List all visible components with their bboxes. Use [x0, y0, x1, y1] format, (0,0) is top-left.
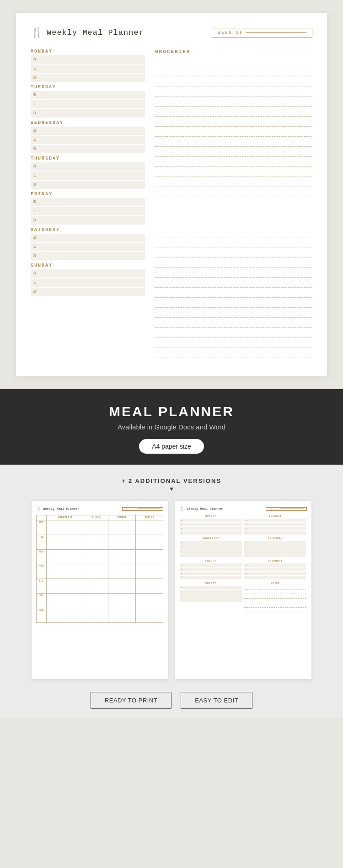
grocery-line: [155, 330, 312, 338]
v2-meal-letter: D: [181, 550, 182, 552]
grocery-line: [155, 118, 312, 127]
meal-letter: D: [33, 182, 40, 187]
v2-meal-letter: S: [181, 532, 182, 534]
meal-letter: D: [33, 75, 40, 80]
grocery-line: [155, 219, 312, 227]
v2-meal-row: D: [244, 527, 306, 530]
thumb1-icon: 🍴: [36, 506, 41, 511]
meal-letter: L: [33, 102, 40, 107]
grocery-line: [155, 279, 312, 288]
v1-meal-cell: [135, 520, 163, 535]
v1-meal-cell: [108, 550, 135, 564]
v1-meal-cell: [108, 608, 135, 623]
v2-note-line: [244, 600, 306, 603]
meal-row: L: [31, 64, 145, 73]
day-label: TUESDAY: [31, 85, 145, 90]
grocery-line: [155, 269, 312, 278]
v2-meal-letter: S: [181, 599, 182, 601]
v1-meal-cell: [47, 564, 84, 579]
v2-meal-row: S: [244, 531, 306, 535]
day-label: SATURDAY: [31, 227, 145, 232]
v2-meal-letter: S: [181, 577, 182, 579]
grocery-line: [155, 129, 312, 137]
v2-meal-row: S: [180, 531, 242, 535]
meal-row: L: [31, 243, 145, 251]
v2-meal-letter: L: [181, 546, 182, 548]
v1-meal-cell: [135, 579, 163, 594]
v2-sunday-label: SUNDAY: [180, 582, 242, 585]
v1-meal-cell: [135, 608, 163, 623]
grocery-line: [155, 98, 312, 107]
v1-day-cell: SUN: [37, 608, 47, 623]
thumb2-week-label: WEEK OF: [268, 508, 279, 510]
ready-to-print-button[interactable]: READY TO PRINT: [91, 692, 172, 709]
v1-meal-cell: [84, 564, 108, 579]
easy-to-edit-button[interactable]: EASY TO EDIT: [181, 692, 252, 709]
v2-day-label: TUESDAY: [244, 515, 306, 518]
v2-day-label: THURSDAY: [244, 537, 306, 540]
meal-letter: B: [33, 57, 40, 62]
v1-meal-cell: [84, 579, 108, 594]
v2-meal-letter: B: [181, 542, 182, 544]
v1-meal-cell: [135, 594, 163, 608]
v1-meal-cell: [135, 550, 163, 564]
groceries-label: GROCERIES: [155, 49, 312, 54]
v2-note-line: [244, 590, 306, 594]
v2-note-line: [244, 586, 306, 589]
v2-meal-letter: D: [181, 595, 182, 597]
v2-meal-letter: L: [181, 524, 182, 525]
v2-meal-row: D: [180, 572, 242, 575]
meal-letter: D: [33, 254, 40, 258]
table-row: THU: [37, 564, 163, 579]
v2-meal-letter: D: [246, 573, 247, 574]
meal-letter: L: [33, 66, 40, 71]
paper-size-badge: A4 paper size: [139, 439, 204, 454]
grocery-line: [155, 300, 312, 308]
table-row: SAT: [37, 594, 163, 608]
v2-day-label: WEDNESDAY: [180, 537, 242, 540]
grocery-line: [155, 199, 312, 207]
v2-meal-row: B: [244, 541, 306, 545]
v1-grid: BREAKFAST LUNCH DINNER SNACKS MONTUEWEDT…: [36, 515, 163, 623]
v1-meal-cell: [84, 535, 108, 550]
v2-meal-letter: L: [181, 568, 182, 570]
v1-day-cell: THU: [37, 564, 47, 579]
v2-meal-letter: S: [181, 554, 182, 556]
v1-meal-cell: [108, 579, 135, 594]
v1-col-lunch: LUNCH: [84, 515, 108, 520]
meal-row: B: [31, 269, 145, 278]
triangle-icon: ▼: [9, 486, 334, 493]
meal-row: B: [31, 162, 145, 171]
thumb1-week-line: [137, 509, 161, 509]
v1-day-cell: WED: [37, 550, 47, 564]
day-section-friday: FRIDAYBLD: [31, 192, 145, 225]
grocery-line: [155, 68, 312, 76]
thumb1-title: Weekly Meal Planner: [43, 507, 80, 511]
week-of-label: WEEK OF: [218, 30, 243, 35]
meal-row: B: [31, 127, 145, 135]
meal-row: L: [31, 279, 145, 287]
v2-meal-row: D: [180, 527, 242, 530]
grocery-line: [155, 78, 312, 86]
planner-body: MONDAYBLDTUESDAYBLDWEDNESDAYBLDTHURSDAYB…: [31, 49, 312, 360]
day-label: THURSDAY: [31, 156, 145, 161]
v1-meal-cell: [108, 520, 135, 535]
v2-meal-letter: L: [246, 546, 247, 548]
v1-meal-cell: [47, 535, 84, 550]
thumbnail-v2: 🍴 Weekly Meal Planner WEEK OF MONDAYBLDS…: [175, 501, 311, 679]
v1-meal-cell: [135, 564, 163, 579]
meal-letter: B: [33, 93, 40, 97]
meal-row: L: [31, 136, 145, 144]
v1-meal-cell: [47, 608, 84, 623]
v2-meal-row: S: [244, 576, 306, 579]
meal-letter: L: [33, 245, 40, 249]
v2-meal-row: D: [180, 549, 242, 553]
meal-letter: B: [33, 271, 40, 276]
v2-meal-row: B: [180, 586, 242, 589]
v2-day-label: MONDAY: [180, 515, 242, 518]
days-column: MONDAYBLDTUESDAYBLDWEDNESDAYBLDTHURSDAYB…: [31, 49, 145, 360]
v1-meal-cell: [47, 594, 84, 608]
grocery-line: [155, 149, 312, 157]
week-of-box: WEEK OF: [212, 28, 312, 38]
meal-row: B: [31, 91, 145, 99]
